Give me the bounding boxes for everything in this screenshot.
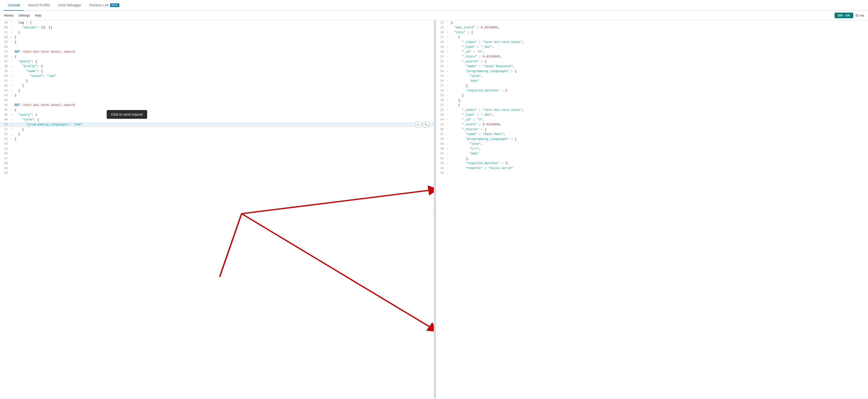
line-number: 30 xyxy=(0,25,10,30)
editor-panel[interactable]: 29- tag : {30- "values": [3, 1]31- }32-}… xyxy=(0,20,434,399)
line-gutter: - xyxy=(10,64,13,69)
code-line-15: 15- "max_score" : 0.6133945, xyxy=(436,25,868,30)
status-badge: 200 - OK xyxy=(835,12,853,18)
line-content[interactable]: "values": [3, 1] xyxy=(13,25,434,30)
code-line-27: 27- ], xyxy=(436,83,868,88)
line-content: }, xyxy=(450,98,868,103)
line-gutter: - xyxy=(446,146,450,151)
line-number: 42 xyxy=(0,83,10,88)
line-gutter: - xyxy=(446,122,450,127)
line-gutter: - xyxy=(446,50,450,54)
line-number: 43 xyxy=(436,161,446,166)
line-number: 41 xyxy=(0,79,10,83)
line-gutter: - xyxy=(10,137,13,142)
line-number: 17 xyxy=(436,35,446,40)
line-content[interactable]: } xyxy=(13,93,434,98)
line-content[interactable]: GET /test-dsl-term-level/_search xyxy=(13,50,434,54)
nav-console[interactable]: Console xyxy=(4,0,24,11)
line-number: 16 xyxy=(436,30,446,35)
line-content: "_id" : "2", xyxy=(450,50,868,54)
line-content[interactable]: GET /test-dsl-term-level/_search xyxy=(13,103,434,108)
line-content[interactable]: } xyxy=(13,127,434,132)
line-gutter: - xyxy=(446,64,450,69)
help-button[interactable]: Help xyxy=(35,13,41,17)
line-content[interactable]: { xyxy=(13,54,434,59)
line-content[interactable]: tag : { xyxy=(13,20,434,25)
line-gutter: - xyxy=(446,137,450,142)
code-editor[interactable]: 29- tag : {30- "values": [3, 1]31- }32-}… xyxy=(0,20,434,399)
line-number: 21 xyxy=(436,54,446,59)
history-button[interactable]: History xyxy=(4,13,13,17)
panel-divider[interactable]: ⋮ xyxy=(434,20,436,399)
line-number: 45 xyxy=(436,171,446,176)
code-line-30: 30- "values": [3, 1] xyxy=(0,25,434,30)
line-content: "hits" : [ xyxy=(450,30,868,35)
line-gutter: - xyxy=(446,151,450,156)
line-gutter: - xyxy=(446,98,450,103)
code-line-41: 41- "php" xyxy=(436,151,868,156)
wrench-button[interactable]: 🔧 xyxy=(423,122,429,127)
run-button[interactable]: ▷ xyxy=(416,122,422,127)
line-number: 26 xyxy=(436,79,446,83)
line-number: 32 xyxy=(0,35,10,40)
line-content: ], xyxy=(450,83,868,88)
line-gutter: - xyxy=(10,117,13,122)
line-content[interactable]: "name": { xyxy=(13,69,434,74)
line-content[interactable]: "programming_languages": "php" xyxy=(13,122,434,127)
line-content[interactable]: "prefix": { xyxy=(13,64,434,69)
line-content[interactable]: "term": { xyxy=(13,117,434,122)
line-number: 15 xyxy=(436,25,446,30)
nav-search-profiler[interactable]: Search Profiler xyxy=(24,0,54,11)
line-number: 46 xyxy=(0,103,10,108)
line-number: 34 xyxy=(436,117,446,122)
line-content: "name" : "Jason Response", xyxy=(450,64,868,69)
line-content: "_source" : { xyxy=(450,59,868,64)
line-content: "_index" : "test-dsl-term-level", xyxy=(450,40,868,44)
line-content[interactable]: } xyxy=(13,40,434,44)
line-number: 35 xyxy=(436,122,446,127)
line-content: "_score" : 0.6133945, xyxy=(450,54,868,59)
line-number: 38 xyxy=(436,137,446,142)
line-number: 45 xyxy=(0,98,10,103)
code-line-26: 26- "php" xyxy=(436,79,868,83)
line-content[interactable]: } xyxy=(13,88,434,93)
line-gutter: - xyxy=(10,79,13,83)
code-line-22: 22- "_source" : { xyxy=(436,59,868,64)
line-content[interactable]: } xyxy=(13,30,434,35)
line-number: 25 xyxy=(436,74,446,79)
settings-button[interactable]: Settings xyxy=(19,13,30,17)
line-gutter: - xyxy=(10,127,13,132)
nav-grok-debugger[interactable]: Grok Debugger xyxy=(54,0,85,11)
line-content[interactable]: "query": { xyxy=(13,113,434,117)
line-content[interactable]: } xyxy=(13,132,434,137)
line-gutter: - xyxy=(446,142,450,146)
code-line-24: 24- "programming_languages" : [ xyxy=(436,69,868,74)
code-line-50: 50- "programming_languages": "php" xyxy=(0,122,434,127)
nav-painless-lab[interactable]: Painless Lab BETA xyxy=(85,0,123,11)
line-content[interactable]: } xyxy=(13,137,434,142)
line-content: "_id" : "3", xyxy=(450,117,868,122)
code-line-17: 17- { xyxy=(436,35,868,40)
line-number: 28 xyxy=(436,88,446,93)
line-number: 52 xyxy=(0,132,10,137)
line-content[interactable]: } xyxy=(13,35,434,40)
line-number: 37 xyxy=(0,59,10,64)
line-number: 14 xyxy=(436,20,446,25)
line-content: "c++", xyxy=(450,146,868,151)
code-line-47: 47-{ xyxy=(0,108,434,113)
code-line-34: 34- "_id" : "3", xyxy=(436,117,868,122)
line-number: 44 xyxy=(436,166,446,171)
line-number: 29 xyxy=(436,93,446,98)
code-line-60: 60 xyxy=(0,171,434,176)
tooltip-box: Click to send request xyxy=(107,110,147,119)
line-content[interactable]: "query": { xyxy=(13,59,434,64)
line-content[interactable]: } xyxy=(13,83,434,88)
line-content[interactable]: { xyxy=(13,108,434,113)
line-content[interactable]: "value": "Jan" xyxy=(13,74,434,79)
tooltip-text: Click to send request xyxy=(111,113,143,116)
line-gutter: - xyxy=(10,35,13,40)
line-content[interactable]: } xyxy=(13,79,434,83)
line-number: 31 xyxy=(436,103,446,108)
line-gutter: - xyxy=(446,25,450,30)
code-line-32: 32-} xyxy=(0,35,434,40)
